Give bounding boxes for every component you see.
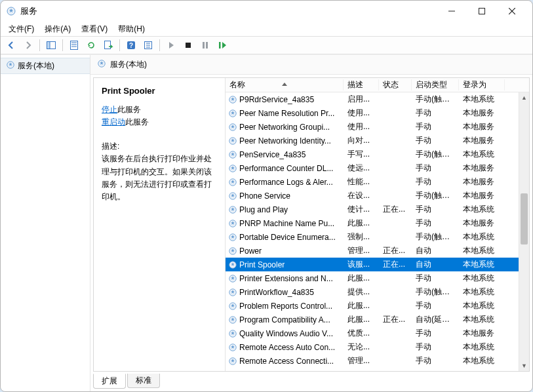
restart-service-button[interactable] [214, 37, 230, 53]
description-label: 描述: [102, 140, 217, 153]
cell-description: 该服... [344, 259, 379, 270]
service-row[interactable]: Performance Logs & Aler...性能...手动本地服务 [226, 175, 529, 189]
column-headers: 名称 描述 状态 启动类型 登录为 [226, 78, 529, 92]
cell-name: Plug and Play [226, 205, 344, 214]
service-row[interactable]: Phone Service在设...手动(触发...本地服务 [226, 189, 529, 203]
column-header-status[interactable]: 状态 [379, 79, 412, 90]
stop-service-suffix: 此服务 [117, 105, 141, 114]
service-icon [228, 178, 237, 187]
column-header-name[interactable]: 名称 [226, 79, 344, 90]
service-row[interactable]: Printer Extensions and N...此服...手动本地系统 [226, 271, 529, 285]
scrollbar-thumb[interactable] [521, 193, 528, 245]
pause-service-button[interactable] [197, 37, 213, 53]
cell-description: 无论... [344, 342, 379, 353]
minimize-button[interactable] [437, 1, 467, 21]
service-row[interactable]: Performance Counter DL...使远...手动本地服务 [226, 161, 529, 175]
service-row[interactable]: PenService_4a835手写...手动(触发...本地系统 [226, 147, 529, 161]
toolbar-separator [159, 39, 160, 51]
menubar: 文件(F) 操作(A) 查看(V) 帮助(H) [1, 22, 532, 36]
scrollbar-track[interactable] [519, 103, 529, 361]
properties-button[interactable] [66, 37, 82, 53]
export-list-button[interactable] [100, 37, 116, 53]
tree-node-services-local[interactable]: 服务(本地) [1, 58, 90, 74]
svg-rect-19 [203, 42, 205, 49]
service-row[interactable]: Problem Reports Control...此服...手动本地系统 [226, 299, 529, 313]
service-name-text: PenService_4a835 [239, 150, 306, 159]
service-icon [228, 136, 237, 146]
services-icon [6, 60, 15, 71]
service-name-text: Peer Networking Groupi... [239, 123, 330, 132]
cell-description: 启用... [344, 94, 379, 105]
cell-description: 此服... [344, 218, 379, 229]
service-row[interactable]: Remote Access Auto Con...无论...手动本地系统 [226, 340, 529, 354]
service-icon [228, 302, 237, 311]
service-name-text: Performance Logs & Aler... [239, 178, 333, 187]
service-row[interactable]: Peer Networking Groupi...使用...手动本地服务 [226, 120, 529, 134]
service-icon [228, 150, 237, 159]
maximize-button[interactable] [467, 1, 497, 21]
service-row[interactable]: Portable Device Enumera...强制...手动(触发...本… [226, 230, 529, 244]
service-name-text: Problem Reports Control... [239, 302, 332, 311]
service-icon [228, 315, 237, 324]
cell-description: 管理... [344, 355, 379, 366]
service-row[interactable]: PNRP Machine Name Pu...此服...手动本地服务 [226, 216, 529, 230]
service-name-text: Print Spooler [239, 260, 285, 269]
service-name-text: Phone Service [239, 191, 290, 201]
menu-action[interactable]: 操作(A) [39, 22, 76, 36]
menu-file[interactable]: 文件(F) [3, 22, 39, 36]
cell-name: Peer Name Resolution Pr... [226, 109, 344, 118]
service-row[interactable]: PrintWorkflow_4a835提供...手动(触发...本地系统 [226, 285, 529, 299]
svg-rect-18 [186, 43, 191, 48]
service-row[interactable]: Program Compatibility A...此服...正在...自动(延… [226, 313, 529, 326]
column-header-logon-as[interactable]: 登录为 [459, 79, 505, 90]
service-row[interactable]: Power管理...正在...自动本地系统 [226, 244, 529, 258]
stop-service-button[interactable] [180, 37, 196, 53]
vertical-scrollbar[interactable]: ▲ ▼ [519, 92, 529, 371]
service-row[interactable]: Quality Windows Audio V...优质...手动本地服务 [226, 326, 529, 340]
menu-help[interactable]: 帮助(H) [113, 22, 150, 36]
svg-rect-6 [47, 42, 50, 49]
scroll-down-arrow[interactable]: ▼ [519, 361, 529, 371]
help-button[interactable]: ? [123, 37, 139, 53]
close-button[interactable] [497, 1, 527, 21]
toolbar-button[interactable] [140, 37, 156, 53]
column-header-startup-type[interactable]: 启动类型 [412, 79, 459, 90]
menu-view[interactable]: 查看(V) [76, 22, 113, 36]
cell-description: 使用... [344, 108, 379, 119]
svg-rect-20 [206, 42, 208, 49]
service-row[interactable]: Peer Networking Identity...向对...手动本地服务 [226, 134, 529, 147]
column-header-description[interactable]: 描述 [344, 79, 379, 90]
view-tabs: 扩展 标准 [93, 374, 530, 389]
tab-extended[interactable]: 扩展 [93, 374, 126, 389]
scroll-up-arrow[interactable]: ▲ [519, 92, 529, 103]
cell-startup-type: 自动 [412, 259, 459, 270]
show-hide-tree-button[interactable] [43, 37, 59, 53]
svg-rect-7 [71, 41, 78, 50]
service-row[interactable]: Print Spooler该服...正在...自动本地系统 [226, 258, 529, 271]
cell-name: Program Compatibility A... [226, 315, 344, 324]
service-row[interactable]: Remote Access Connecti...管理...手动本地系统 [226, 354, 529, 368]
service-icon [228, 274, 237, 283]
service-name-text: Program Compatibility A... [239, 315, 330, 324]
back-button[interactable] [3, 37, 19, 53]
service-name-text: Peer Name Resolution Pr... [239, 109, 334, 118]
forward-button[interactable] [20, 37, 36, 53]
refresh-button[interactable] [83, 37, 99, 53]
cell-status: 正在... [379, 259, 412, 270]
cell-logon-as: 本地系统 [459, 231, 505, 243]
start-service-button[interactable] [163, 37, 179, 53]
tab-standard[interactable]: 标准 [127, 374, 160, 388]
cell-logon-as: 本地服务 [459, 328, 505, 339]
cell-logon-as: 本地系统 [459, 286, 505, 298]
cell-description: 向对... [344, 135, 379, 146]
service-row[interactable]: Plug and Play使计...正在...手动本地系统 [226, 203, 529, 216]
service-row[interactable]: Peer Name Resolution Pr...使用...手动本地服务 [226, 106, 529, 120]
cell-name: PNRP Machine Name Pu... [226, 219, 344, 228]
restart-service-link[interactable]: 重启动 [102, 117, 125, 127]
cell-startup-type: 手动 [412, 342, 459, 353]
service-row[interactable]: P9RdrService_4a835启用...手动(触发...本地系统 [226, 92, 529, 106]
cell-logon-as: 本地服务 [459, 176, 505, 187]
service-icon [228, 260, 237, 269]
cell-logon-as: 本地系统 [459, 149, 505, 160]
stop-service-link[interactable]: 停止 [102, 105, 117, 114]
